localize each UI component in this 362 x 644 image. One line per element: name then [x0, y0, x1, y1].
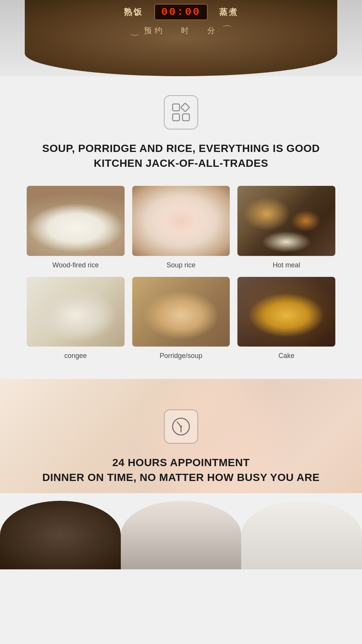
svg-rect-3	[183, 114, 189, 121]
label-cooked-rice: 熟饭	[124, 6, 143, 18]
food-item-porridge-soup: Porridge/soup	[132, 277, 230, 360]
clock-icon	[170, 416, 192, 437]
panel-sub-labels: 预约 时 分	[144, 26, 218, 36]
appointment-title: 24 HOURS APPOINTMENT DINNER ON TIME, NO …	[42, 455, 320, 485]
food-image-soup-rice	[132, 186, 230, 256]
functions-icon	[170, 102, 192, 123]
appointment-title-line1: 24 HOURS APPOINTMENT	[112, 457, 250, 468]
top-section: 熟饭 00:00 蒸煮 ⌒ 预约 时 分 ⌒	[0, 0, 362, 76]
appointment-section: 24 HOURS APPOINTMENT DINNER ON TIME, NO …	[0, 379, 362, 569]
food-grid: Wood-fired rice Soup rice Hot meal conge…	[27, 186, 335, 360]
food-image-hot-meal	[237, 186, 335, 256]
bottom-thumbnails	[0, 493, 362, 569]
food-image-cake	[237, 277, 335, 347]
food-item-congee: congee	[27, 277, 125, 360]
food-image-congee	[27, 277, 125, 347]
bracket-right-icon: ⌒	[222, 23, 232, 38]
food-label-wood-fired-rice: Wood-fired rice	[52, 261, 99, 269]
food-label-hot-meal: Hot meal	[273, 261, 300, 269]
functions-icon-box	[164, 95, 198, 129]
thumbnail-mid-cooker	[121, 501, 242, 569]
svg-rect-1	[173, 114, 179, 121]
clock-icon-box	[164, 409, 198, 444]
food-label-porridge-soup: Porridge/soup	[160, 352, 202, 360]
features-title: SOUP, PORRIDGE AND RICE, EVERYTHING IS G…	[27, 141, 335, 171]
thumbnail-dark-bowl	[0, 501, 121, 569]
label-steam-cook: 蒸煮	[219, 6, 238, 18]
panel-top-row: 熟饭 00:00 蒸煮	[124, 4, 238, 20]
appointment-title-line2: DINNER ON TIME, NO MATTER HOW BUSY YOU A…	[42, 471, 320, 483]
food-item-soup-rice: Soup rice	[132, 186, 230, 269]
thumbnail-light-rice	[241, 501, 362, 569]
panel-bottom-row: ⌒ 预约 时 分 ⌒	[130, 23, 232, 38]
food-image-wood-fired-rice	[27, 186, 125, 256]
food-label-soup-rice: Soup rice	[167, 261, 195, 269]
display-text: 00:00	[161, 6, 201, 18]
food-label-congee: congee	[64, 352, 87, 360]
food-item-cake: Cake	[237, 277, 335, 360]
food-item-wood-fired-rice: Wood-fired rice	[27, 186, 125, 269]
svg-point-7	[180, 426, 182, 428]
bracket-left-icon: ⌒	[130, 23, 140, 38]
food-image-porridge-soup	[132, 277, 230, 347]
display-panel: 00:00	[154, 4, 208, 20]
food-label-cake: Cake	[279, 352, 295, 360]
svg-rect-2	[181, 103, 190, 112]
features-title-line2: KITCHEN JACK-OF-ALL-TRADES	[94, 157, 268, 169]
features-title-line1: SOUP, PORRIDGE AND RICE, EVERYTHING IS G…	[42, 142, 320, 154]
cooker-panel: 熟饭 00:00 蒸煮 ⌒ 预约 时 分 ⌒	[25, 0, 337, 76]
features-section: SOUP, PORRIDGE AND RICE, EVERYTHING IS G…	[0, 76, 362, 379]
svg-rect-0	[173, 104, 179, 111]
food-item-hot-meal: Hot meal	[237, 186, 335, 269]
